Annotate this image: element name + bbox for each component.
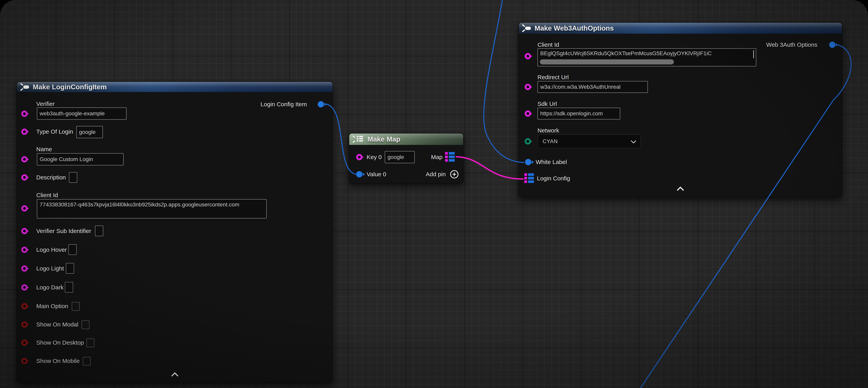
make-map-icon bbox=[352, 135, 364, 143]
logo-dark-input[interactable] bbox=[65, 282, 73, 293]
pin-label-value0: Value 0 bbox=[367, 171, 386, 178]
input-pin-logo-hover[interactable] bbox=[21, 247, 28, 253]
input-pin-login-config[interactable] bbox=[524, 173, 534, 183]
logo-light-input[interactable] bbox=[66, 263, 74, 274]
logo-hover-input[interactable] bbox=[68, 244, 77, 255]
pin-label-description: Description bbox=[36, 174, 66, 181]
text-cursor bbox=[753, 50, 754, 58]
input-pin-show-on-mobile[interactable] bbox=[21, 358, 28, 364]
node-make-loginconfigitem[interactable]: Make LoginConfigItem Login Config Item V… bbox=[17, 82, 333, 383]
node-header[interactable]: Make Map bbox=[349, 133, 463, 145]
description-input[interactable] bbox=[69, 172, 77, 183]
input-pin-verifier[interactable] bbox=[21, 111, 28, 117]
output-pin-label-map: Map bbox=[431, 154, 442, 160]
collapse-node-button[interactable] bbox=[677, 186, 684, 194]
blueprint-editor: Make LoginConfigItem Login Config Item V… bbox=[0, 0, 868, 388]
input-pin-name[interactable] bbox=[21, 156, 28, 162]
pin-label-logo-light: Logo Light bbox=[36, 265, 64, 272]
pin-label-name: Name bbox=[36, 146, 52, 153]
output-pin-label: Login Config Item bbox=[260, 101, 307, 108]
node-make-map[interactable]: Make Map Key 0 google Map Value 0 Add pi… bbox=[349, 133, 464, 184]
collapse-node-button[interactable] bbox=[171, 372, 178, 380]
output-pin-map[interactable] bbox=[445, 152, 455, 162]
node-header[interactable]: Make LoginConfigItem bbox=[17, 82, 333, 92]
input-pin-main-option[interactable] bbox=[21, 303, 28, 309]
show-on-desktop-checkbox[interactable] bbox=[87, 338, 94, 347]
pin-label-verifier: Verifier bbox=[36, 100, 55, 107]
add-pin-button[interactable] bbox=[450, 170, 459, 178]
pin-label-network: Network bbox=[537, 127, 559, 134]
pin-label-type-of-login: Type Of Login bbox=[36, 128, 73, 135]
input-pin-white-label[interactable] bbox=[525, 159, 531, 165]
output-pin-label: Web 3Auth Options bbox=[766, 41, 817, 48]
input-pin-show-on-modal[interactable] bbox=[21, 321, 28, 328]
wire-map-to-loginconfig[interactable] bbox=[456, 157, 524, 179]
input-pin-client-id[interactable] bbox=[21, 205, 28, 212]
input-pin-logo-light[interactable] bbox=[21, 265, 28, 272]
input-pin-key0[interactable] bbox=[356, 154, 363, 160]
input-pin-description[interactable] bbox=[21, 174, 28, 181]
node-title: Make LoginConfigItem bbox=[33, 83, 106, 91]
pin-label-key0: Key 0 bbox=[367, 154, 382, 160]
verifier-input[interactable]: web3auth-google-example bbox=[37, 108, 127, 120]
pin-label-login-config: Login Config bbox=[537, 175, 570, 182]
input-pin-client-id[interactable] bbox=[525, 53, 531, 59]
node-make-web3authoptions[interactable]: Make Web3AuthOptions Web 3Auth Options C… bbox=[518, 22, 842, 197]
show-on-mobile-checkbox[interactable] bbox=[83, 357, 91, 365]
client-id-input[interactable]: BEglQSgt4cUWcj6SKRdu5QkOXTsePmMcusG5EAoy… bbox=[537, 48, 756, 66]
name-input[interactable]: Google Custom Login bbox=[37, 153, 124, 166]
pin-label-show-on-modal: Show On Modal bbox=[36, 321, 78, 328]
input-pin-sdk-url[interactable] bbox=[525, 111, 531, 117]
key0-input[interactable]: google bbox=[385, 151, 415, 163]
main-option-checkbox[interactable] bbox=[72, 302, 80, 311]
input-pin-logo-dark[interactable] bbox=[21, 284, 28, 291]
node-title: Make Map bbox=[367, 135, 400, 143]
add-pin-label: Add pin bbox=[426, 171, 446, 178]
pin-label-show-on-mobile: Show On Mobile bbox=[36, 358, 80, 364]
input-pin-redirect-url[interactable] bbox=[525, 84, 531, 90]
pin-label-main-option: Main Option bbox=[36, 303, 68, 309]
network-selected-value: CYAN bbox=[542, 139, 558, 145]
input-pin-value0[interactable] bbox=[356, 171, 363, 177]
make-struct-icon bbox=[20, 83, 30, 91]
pin-label-white-label: White Label bbox=[536, 159, 567, 166]
input-pin-network[interactable] bbox=[525, 138, 531, 145]
pin-label-verifier-sub-identifier: Verifier Sub Identifier bbox=[36, 228, 91, 234]
pin-label-logo-dark: Logo Dark bbox=[36, 284, 63, 291]
type-of-login-input[interactable]: google bbox=[76, 126, 103, 138]
redirect-url-input[interactable]: w3a://com.w3a.Web3AuthUnreal bbox=[537, 81, 648, 93]
pin-label-client-id: Client Id bbox=[36, 192, 58, 199]
make-struct-icon bbox=[522, 24, 532, 32]
client-id-text: BEglQSgt4cUWcj6SKRdu5QkOXTsePmMcusG5EAoy… bbox=[540, 50, 712, 57]
input-pin-verifier-sub-identifier[interactable] bbox=[21, 228, 28, 234]
pin-label-show-on-desktop: Show On Desktop bbox=[36, 339, 84, 346]
input-pin-type-of-login[interactable] bbox=[21, 128, 28, 135]
pin-label-redirect-url: Redirect Url bbox=[537, 74, 569, 81]
chevron-down-icon bbox=[631, 138, 636, 144]
graph-canvas[interactable]: Make LoginConfigItem Login Config Item V… bbox=[0, 0, 868, 388]
output-pin-web3auth-options[interactable] bbox=[829, 41, 835, 48]
verifier-sub-identifier-input[interactable] bbox=[95, 226, 103, 236]
node-header[interactable]: Make Web3AuthOptions bbox=[519, 23, 842, 34]
pin-label-client-id: Client Id bbox=[537, 41, 559, 48]
pin-label-sdk-url: Sdk Url bbox=[537, 100, 557, 107]
output-pin-login-config-item[interactable] bbox=[318, 101, 324, 108]
input-pin-show-on-desktop[interactable] bbox=[21, 339, 28, 346]
client-id-input[interactable]: 774338308167-q463s7kpvja16l4l0kko3nb925i… bbox=[37, 199, 267, 218]
network-dropdown[interactable]: CYAN bbox=[537, 134, 641, 148]
node-title: Make Web3AuthOptions bbox=[534, 24, 614, 32]
client-id-scrollbar[interactable] bbox=[540, 59, 674, 64]
sdk-url-input[interactable]: https://sdk.openlogin.com bbox=[537, 108, 620, 119]
show-on-modal-checkbox[interactable] bbox=[82, 320, 90, 329]
pin-label-logo-hover: Logo Hover bbox=[36, 246, 67, 253]
